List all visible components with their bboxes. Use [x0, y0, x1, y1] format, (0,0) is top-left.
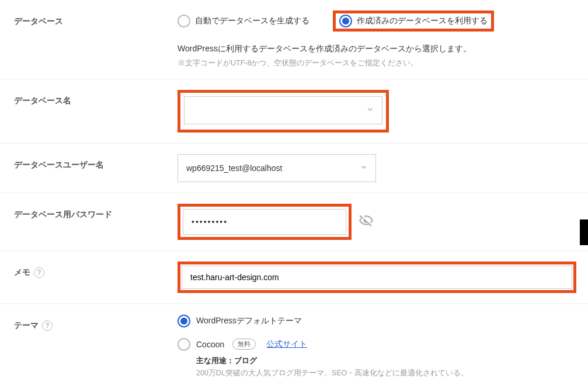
label-database-password: データベース用パスワード: [14, 204, 178, 220]
radio-existing-label: 作成済みのデータベースを利用する: [357, 16, 488, 26]
highlight-db-name: [178, 90, 389, 133]
password-value: •••••••••: [192, 217, 228, 226]
database-radio-group: 自動でデータベースを生成する 作成済みのデータベースを利用する: [178, 11, 576, 32]
row-database: データベース 自動でデータベースを生成する 作成済みのデータベースを利用する W…: [0, 0, 588, 79]
highlight-existing-radio: 作成済みのデータベースを利用する: [333, 11, 494, 32]
chevron-down-icon: [360, 163, 368, 173]
highlight-memo: [178, 262, 576, 293]
label-database-name: データベース名: [14, 90, 178, 106]
radio-icon: [178, 15, 190, 27]
db-name-value: [184, 96, 382, 124]
password-input[interactable]: •••••••••: [183, 209, 346, 235]
row-theme: テーマ ? WordPressデフォルトテーマ Cocoon 無料 公式サイト …: [0, 304, 588, 387]
theme-default[interactable]: WordPressデフォルトテーマ: [178, 315, 576, 327]
chevron-down-icon: [366, 105, 374, 115]
badge-free: 無料: [232, 339, 256, 350]
highlight-password: •••••••••: [178, 204, 352, 240]
label-memo: メモ ?: [14, 262, 178, 278]
radio-auto-label: 自動でデータベースを生成する: [195, 16, 309, 26]
radio-use-existing[interactable]: 作成済みのデータベースを利用する: [339, 15, 488, 27]
row-database-name: データベース名: [0, 79, 588, 144]
database-sub-description: ※文字コードがUTF-8かつ、空状態のデータベースをご指定ください。: [178, 58, 576, 68]
cocoon-desc: 200万DL突破の大人気ブログ用テーマ。SEO・高速化などに最適化されている。: [196, 368, 576, 378]
label-theme: テーマ ?: [14, 315, 178, 331]
database-description: WordPressに利用するデータベースを作成済みのデータベースから選択します。: [178, 42, 576, 56]
eye-off-icon[interactable]: [359, 213, 374, 230]
row-database-password: データベース用パスワード •••••••••: [0, 193, 588, 251]
radio-icon: [178, 338, 190, 351]
db-user-value: wp669215_test@localhost: [178, 154, 376, 182]
radio-checked-icon: [178, 315, 190, 327]
db-user-select[interactable]: wp669215_test@localhost: [178, 154, 376, 182]
scrollbar-fragment: [580, 219, 588, 245]
theme-default-label: WordPressデフォルトテーマ: [196, 316, 302, 326]
radio-auto-generate[interactable]: 自動でデータベースを生成する: [178, 15, 309, 27]
memo-input[interactable]: [182, 266, 572, 289]
theme-cocoon[interactable]: Cocoon 無料 公式サイト: [178, 338, 576, 351]
row-memo: メモ ?: [0, 251, 588, 304]
radio-checked-icon: [339, 15, 352, 27]
cocoon-official-link[interactable]: 公式サイト: [266, 339, 307, 350]
row-database-user: データベースユーザー名 wp669215_test@localhost: [0, 144, 588, 193]
db-name-select[interactable]: [184, 96, 382, 124]
cocoon-heading: 主な用途：ブログ: [196, 355, 576, 366]
help-icon[interactable]: ?: [42, 320, 53, 331]
label-database: データベース: [14, 11, 178, 27]
theme-cocoon-name: Cocoon: [196, 340, 224, 349]
help-icon[interactable]: ?: [34, 267, 44, 278]
label-database-user: データベースユーザー名: [14, 154, 178, 170]
